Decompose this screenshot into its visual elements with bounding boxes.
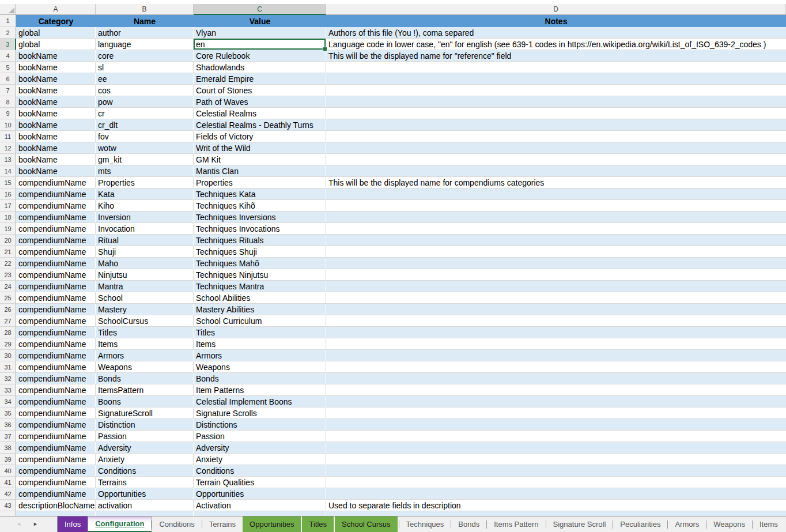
cell-B44-partial[interactable] xyxy=(96,511,194,516)
cell-C18[interactable]: Techniques Inversions xyxy=(194,212,326,223)
cell-D14[interactable] xyxy=(326,165,786,177)
cell-B25[interactable]: School xyxy=(96,292,194,304)
cell-B2[interactable]: author xyxy=(96,27,194,39)
cell-A26[interactable]: compendiumName xyxy=(16,304,96,315)
cell-C30[interactable]: Armors xyxy=(194,350,326,361)
cell-A38[interactable]: compendiumName xyxy=(16,442,96,454)
sheet-tab-items[interactable]: Items xyxy=(753,516,785,532)
cell-B4[interactable]: core xyxy=(96,50,194,62)
cell-A39[interactable]: compendiumName xyxy=(16,454,96,465)
cell-C10[interactable]: Celestial Realms - Deathly Turns xyxy=(194,119,326,131)
cell-D41[interactable] xyxy=(326,477,786,488)
cell-D33[interactable] xyxy=(326,384,786,396)
cell-A44-partial[interactable] xyxy=(16,511,96,516)
cell-C15[interactable]: Properties xyxy=(194,177,326,188)
cell-A43[interactable]: descriptionBlocName xyxy=(16,500,96,511)
cell-D5[interactable] xyxy=(326,62,786,73)
cell-A34[interactable]: compendiumName xyxy=(16,396,96,408)
column-header-D[interactable]: D xyxy=(326,4,786,15)
cell-A25[interactable]: compendiumName xyxy=(16,292,96,304)
sheet-tab-terrains[interactable]: Terrains xyxy=(202,516,243,532)
cell-B34[interactable]: Boons xyxy=(96,396,194,408)
row-header-15[interactable]: 15 xyxy=(0,177,16,188)
cell-A9[interactable]: bookName xyxy=(16,108,96,119)
cell-A4[interactable]: bookName xyxy=(16,50,96,62)
cell-B43[interactable]: activation xyxy=(96,500,194,511)
cell-B15[interactable]: Properties xyxy=(96,177,194,188)
row-header-20[interactable]: 20 xyxy=(0,235,16,246)
row-header-25[interactable]: 25 xyxy=(0,292,16,304)
cell-B40[interactable]: Conditions xyxy=(96,465,194,477)
cell-B27[interactable]: SchoolCursus xyxy=(96,315,194,327)
cell-C16[interactable]: Techniques Kata xyxy=(194,188,326,200)
cell-B7[interactable]: cos xyxy=(96,85,194,96)
cell-B42[interactable]: Opportunities xyxy=(96,488,194,500)
row-header-27[interactable]: 27 xyxy=(0,315,16,327)
cell-C9[interactable]: Celestial Realms xyxy=(194,108,326,119)
row-header-13[interactable]: 13 xyxy=(0,154,16,165)
cell-A10[interactable]: bookName xyxy=(16,119,96,131)
cell-C24[interactable]: Techniques Mantra xyxy=(194,281,326,292)
cell-D9[interactable] xyxy=(326,108,786,119)
cell-B17[interactable]: Kiho xyxy=(96,200,194,212)
sheet-tab-conditions[interactable]: Conditions xyxy=(152,516,201,532)
cell-B9[interactable]: cr xyxy=(96,108,194,119)
cell-B38[interactable]: Adversity xyxy=(96,442,194,454)
cell-B10[interactable]: cr_dlt xyxy=(96,119,194,131)
cell-A17[interactable]: compendiumName xyxy=(16,200,96,212)
sheet-tab-opportunities[interactable]: Opportunities xyxy=(243,516,301,532)
cell-C44-partial[interactable] xyxy=(194,511,326,516)
cell-B36[interactable]: Distinction xyxy=(96,419,194,431)
cell-C21[interactable]: Techniques Shuji xyxy=(194,246,326,258)
cell-D44-partial[interactable] xyxy=(326,511,786,516)
cell-A8[interactable]: bookName xyxy=(16,96,96,108)
cell-B8[interactable]: pow xyxy=(96,96,194,108)
sheet-tab-peculiarities[interactable]: Peculiarities xyxy=(613,516,667,532)
cell-C6[interactable]: Emerald Empire xyxy=(194,73,326,85)
row-header-24[interactable]: 24 xyxy=(0,281,16,292)
cell-D42[interactable] xyxy=(326,488,786,500)
cell-B18[interactable]: Inversion xyxy=(96,212,194,223)
row-header-18[interactable]: 18 xyxy=(0,212,16,223)
cell-A20[interactable]: compendiumName xyxy=(16,235,96,246)
sheet-tab-bonds[interactable]: Bonds xyxy=(451,516,486,532)
cell-B41[interactable]: Terrains xyxy=(96,477,194,488)
cell-B28[interactable]: Titles xyxy=(96,327,194,338)
cell-B32[interactable]: Bonds xyxy=(96,373,194,384)
cell-D32[interactable] xyxy=(326,373,786,384)
cell-D22[interactable] xyxy=(326,258,786,269)
row-header-39[interactable]: 39 xyxy=(0,454,16,465)
row-header-43[interactable]: 43 xyxy=(0,500,16,511)
row-header-34[interactable]: 34 xyxy=(0,396,16,408)
cell-B24[interactable]: Mantra xyxy=(96,281,194,292)
row-header-16[interactable]: 16 xyxy=(0,188,16,200)
column-header-A[interactable]: A xyxy=(16,4,96,15)
cell-D27[interactable] xyxy=(326,315,786,327)
cell-B29[interactable]: Items xyxy=(96,338,194,350)
row-header-22[interactable]: 22 xyxy=(0,258,16,269)
cell-C33[interactable]: Item Patterns xyxy=(194,384,326,396)
cell-A32[interactable]: compendiumName xyxy=(16,373,96,384)
cell-C26[interactable]: Mastery Abilities xyxy=(194,304,326,315)
cell-C11[interactable]: Fields of Victory xyxy=(194,131,326,142)
sheet-tab-weapons[interactable]: Weapons xyxy=(706,516,752,532)
cell-A28[interactable]: compendiumName xyxy=(16,327,96,338)
row-header-41[interactable]: 41 xyxy=(0,477,16,488)
cell-C34[interactable]: Celestial Implement Boons xyxy=(194,396,326,408)
cell-C8[interactable]: Path of Waves xyxy=(194,96,326,108)
sheet-tab-infos[interactable]: Infos xyxy=(58,516,88,532)
cell-D29[interactable] xyxy=(326,338,786,350)
row-header-12[interactable]: 12 xyxy=(0,142,16,154)
cell-C3[interactable]: en xyxy=(194,39,326,50)
cell-A30[interactable]: compendiumName xyxy=(16,350,96,361)
cell-D21[interactable] xyxy=(326,246,786,258)
cell-B3[interactable]: language xyxy=(96,39,194,50)
cell-B22[interactable]: Maho xyxy=(96,258,194,269)
row-header-3[interactable]: 3 xyxy=(0,39,16,50)
row-header-17[interactable]: 17 xyxy=(0,200,16,212)
cell-A11[interactable]: bookName xyxy=(16,131,96,142)
row-header-14[interactable]: 14 xyxy=(0,165,16,177)
cell-B14[interactable]: mts xyxy=(96,165,194,177)
cell-A33[interactable]: compendiumName xyxy=(16,384,96,396)
column-header-B[interactable]: B xyxy=(96,4,194,15)
